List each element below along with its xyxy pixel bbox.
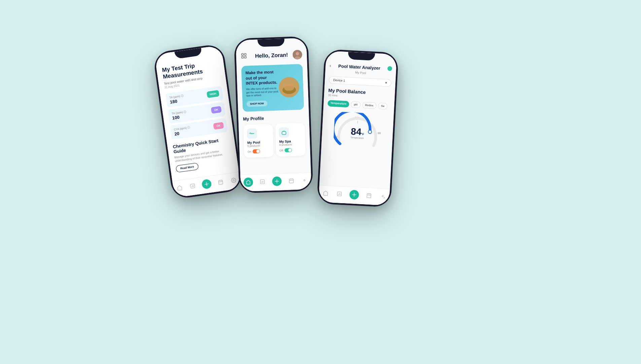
svg-rect-4 [241,53,243,55]
screen-3: ‹ Pool Water Analyzer My Pool Device 1 ▾… [318,51,397,206]
promo-text-area: Make the most out of your INTEX products… [245,69,280,107]
svg-point-28 [382,195,383,197]
phone-1-bottom-nav [172,172,241,197]
svg-rect-15 [282,132,286,135]
svg-text:|: | [357,120,358,123]
svg-point-26 [353,194,355,195]
nav-scan-icon-2[interactable] [272,176,282,186]
nav-calendar-icon[interactable] [216,178,225,186]
svg-point-1 [206,183,207,185]
spa-icon [279,127,289,138]
svg-rect-27 [367,193,371,198]
nav-scan-active-icon[interactable] [201,179,212,189]
my-profile-label: My Profile [243,114,304,121]
chevron-down-icon: ▾ [385,81,387,84]
greeting-text: Hello, Zoran! [250,52,293,59]
phone-2-bottom-nav [240,172,312,191]
phone-2: Hello, Zoran! Make the most out of your … [234,36,313,193]
nav-settings-icon-2[interactable] [300,177,308,184]
nav-chart-icon-3[interactable] [335,190,343,198]
svg-point-17 [276,181,278,182]
promo-subtitle: We offer tons of add-ons to get the most… [246,86,279,98]
phone-3-bottom-nav [318,185,390,206]
svg-rect-18 [289,179,293,183]
nav-home-icon-3[interactable] [322,189,329,197]
nav-calendar-icon-3[interactable] [365,191,372,199]
promo-image [279,77,299,98]
cya-badge: OK [213,122,224,130]
spa-toggle-label: Off [279,149,283,152]
read-more-button[interactable]: Read More [175,162,199,173]
nav-home-active-icon[interactable] [243,177,253,187]
pool-toggle-label: On [247,150,251,153]
ta-badge: HIGH [206,90,219,98]
device-selector[interactable]: Device 1 ▾ [328,76,391,87]
svg-point-3 [233,180,234,181]
svg-rect-2 [218,180,223,185]
gauge-label: Temperature [350,136,364,139]
user-avatar[interactable] [292,50,302,60]
tab-redox[interactable]: Redox [362,102,376,109]
phone-2-header: Hello, Zoran! [241,50,302,61]
svg-point-24 [368,130,372,134]
tab-sa[interactable]: Sa [378,103,388,109]
nav-chart-icon[interactable] [188,182,197,190]
promo-banner: Make the most out of your INTEX products… [241,64,304,112]
pool-toggle-row: On [247,149,270,153]
spa-toggle[interactable] [284,148,292,152]
pool-icon [247,129,257,139]
filter-icon[interactable] [241,53,247,59]
device-name: Device 1 [333,78,345,82]
promo-title: Make the most out of your INTEX products… [245,69,279,86]
nav-settings-icon-3[interactable] [379,192,386,200]
phone-3: ‹ Pool Water Analyzer My Pool Device 1 ▾… [317,49,399,208]
svg-rect-13 [284,84,294,91]
shop-now-button[interactable]: SHOP NOW [246,101,267,107]
phone-1: My Test Trip Measurements Test pool wate… [152,43,243,200]
main-scene: My Test Trip Measurements Test pool wate… [169,31,472,333]
power-indicator [387,66,392,71]
pool-card-products: 5 products [247,144,270,147]
nav-chart-icon-2[interactable] [258,178,266,186]
th-badge: OK [211,106,221,114]
pool-toggle[interactable] [252,149,260,154]
nav-calendar-icon-2[interactable] [287,177,295,185]
svg-rect-7 [244,56,246,58]
profile-cards: My Pool 5 products On [243,123,305,158]
screen-1: My Test Trip Measurements Test pool wate… [154,45,241,198]
svg-rect-5 [244,53,246,55]
spa-card[interactable]: My Spa 6 products Off [275,123,305,157]
gauge-display: 84°F Temperature [350,126,364,139]
nav-settings-icon[interactable] [229,176,238,185]
spa-card-products: 6 products [279,143,301,146]
svg-rect-14 [249,134,254,136]
tab-temperature[interactable]: Temperature [327,100,349,107]
gauge-unit: °F [361,133,364,136]
spa-toggle-row: Off [279,148,302,152]
gauge-number: 84 [351,126,362,137]
temperature-gauge: 60 — 80 100 | 84°F Temperature [325,111,390,155]
svg-rect-6 [242,57,243,58]
tab-ph[interactable]: pH [351,101,361,108]
nav-home-icon[interactable] [175,184,184,192]
pool-card[interactable]: My Pool 5 products On [243,124,273,158]
filter-tabs: Temperature pH Redox Sa [327,100,390,110]
screen-2: Hello, Zoran! Make the most out of your … [236,38,312,191]
svg-point-19 [304,180,305,181]
quick-start-section: Chemistry Quick Start Guide Manage your … [172,137,232,173]
nav-scan-active-icon-3[interactable] [349,190,359,199]
